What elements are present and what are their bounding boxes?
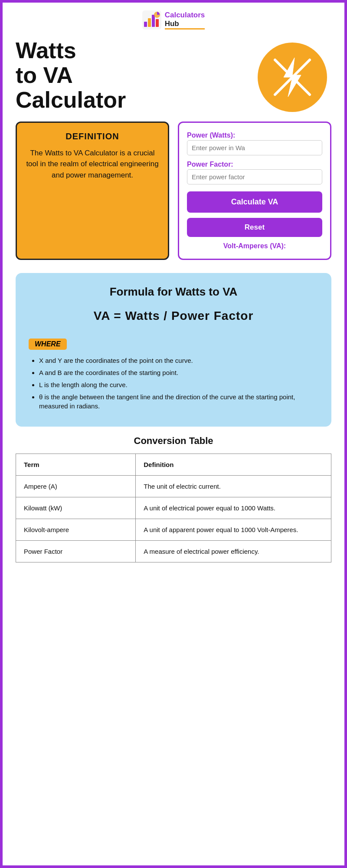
formula-list: X and Y are the coordinates of the point… (29, 356, 318, 411)
table-header-row: Term Definition (16, 454, 331, 475)
va-result-label: Volt-Amperes (VA): (187, 242, 322, 250)
header: Calculators Hub (3, 3, 344, 34)
table-row: Power Factor A measure of electrical pow… (16, 540, 331, 562)
logo-icon (142, 10, 161, 30)
def-cell: A unit of electrical power equal to 1000… (136, 497, 331, 519)
def-cell: The unit of electric current. (136, 475, 331, 497)
svg-rect-2 (148, 18, 151, 27)
col-header-definition: Definition (136, 454, 331, 475)
svg-rect-3 (152, 15, 155, 27)
list-item: X and Y are the coordinates of the point… (39, 356, 318, 365)
conversion-table: Term Definition Ampere (A) The unit of e… (16, 454, 331, 562)
formula-title: Formula for Watts to VA (29, 285, 318, 299)
reset-button[interactable]: Reset (187, 218, 322, 237)
svg-rect-4 (156, 19, 159, 27)
definition-box: DEFINITION The Watts to VA Calculator is… (16, 122, 169, 260)
calculator-box: Power (Watts): Power Factor: Calculate V… (178, 122, 331, 260)
def-cell: A measure of electrical power efficiency… (136, 540, 331, 562)
pf-label: Power Factor: (187, 161, 322, 168)
def-cell: A unit of apparent power equal to 1000 V… (136, 519, 331, 540)
term-cell: Kilowatt (kW) (16, 497, 136, 519)
title-section: Watts to VA Calculator (3, 34, 344, 117)
svg-rect-1 (144, 22, 147, 27)
page-title: Watts to VA Calculator (16, 38, 126, 113)
list-item: θ is the angle between the tangent line … (39, 392, 318, 411)
logo-text: Calculators Hub (165, 11, 205, 30)
conversion-table-title: Conversion Table (3, 435, 344, 447)
where-badge: WHERE (29, 339, 67, 350)
power-icon-circle (258, 43, 327, 112)
power-input[interactable] (187, 140, 322, 155)
lightning-icon (268, 53, 316, 101)
formula-section: Formula for Watts to VA VA = Watts / Pow… (16, 273, 331, 427)
list-item: A and B are the coordinates of the start… (39, 368, 318, 377)
term-cell: Ampere (A) (16, 475, 136, 497)
logo: Calculators Hub (142, 10, 205, 30)
list-item: L is the length along the curve. (39, 380, 318, 389)
term-cell: Kilovolt-ampere (16, 519, 136, 540)
table-row: Ampere (A) The unit of electric current. (16, 475, 331, 497)
calculate-button[interactable]: Calculate VA (187, 191, 322, 213)
table-row: Kilovolt-ampere A unit of apparent power… (16, 519, 331, 540)
power-factor-input[interactable] (187, 169, 322, 184)
definition-text: The Watts to VA Calculator is a crucial … (25, 148, 160, 181)
two-col-section: DEFINITION The Watts to VA Calculator is… (3, 117, 344, 269)
formula-equation: VA = Watts / Power Factor (29, 309, 318, 323)
power-label: Power (Watts): (187, 132, 322, 139)
col-header-term: Term (16, 454, 136, 475)
definition-heading: DEFINITION (25, 132, 160, 141)
table-row: Kilowatt (kW) A unit of electrical power… (16, 497, 331, 519)
term-cell: Power Factor (16, 540, 136, 562)
